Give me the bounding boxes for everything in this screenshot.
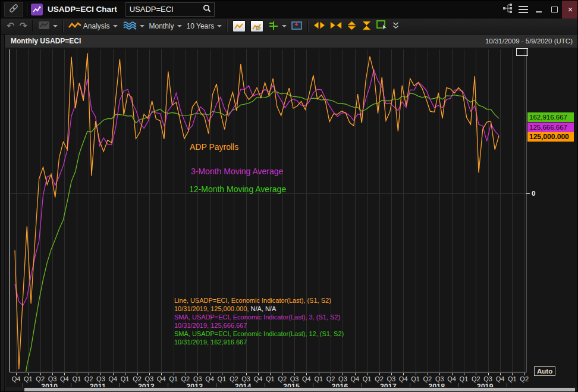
- zoom-select-button[interactable]: [374, 19, 390, 33]
- redo-icon: ↷: [19, 21, 27, 31]
- add-box-icon: [291, 21, 303, 32]
- horizontal-scrollbar-thumb[interactable]: [24, 388, 575, 392]
- overlay-dropdown[interactable]: [120, 20, 147, 33]
- undo-button[interactable]: ↶: [4, 20, 17, 32]
- annotation-12month-ma[interactable]: 12-Month Moving Average: [189, 184, 286, 194]
- search-icon[interactable]: [202, 4, 212, 15]
- chevron-down-icon: [177, 25, 182, 27]
- arrows-out-horizontal-icon: [313, 21, 325, 31]
- price-label-sma3: 125,666.667: [527, 123, 574, 132]
- hand-chart-icon: [250, 20, 263, 32]
- minimize-icon: [536, 11, 542, 12]
- close-button[interactable]: ×: [562, 1, 578, 18]
- expand-horizontal-button[interactable]: [311, 20, 328, 32]
- arrows-out-vertical-icon: [347, 21, 357, 32]
- latest-period-box: [516, 48, 528, 56]
- hamburger-icon: [519, 6, 528, 13]
- toolbar-separator: [32, 20, 33, 32]
- waves-icon: [122, 21, 137, 32]
- auto-scale-button[interactable]: Auto: [534, 366, 555, 376]
- analysis-dropdown[interactable]: Analysis: [66, 21, 120, 32]
- range-dropdown[interactable]: 10 Years: [184, 21, 225, 32]
- toolbar-separator: [227, 20, 228, 32]
- legend-line: 10/31/2019, 125,000.000, N/A, N/A: [174, 305, 344, 313]
- app-window: USADP=ECI Chart × ↶ ↷: [0, 0, 578, 392]
- hourglass-arrows-icon: [362, 21, 372, 32]
- y-axis-tick: [526, 193, 530, 194]
- minimize-button[interactable]: [531, 1, 546, 18]
- symbol-search-box[interactable]: [125, 2, 215, 17]
- chevron-down-icon: [140, 25, 144, 27]
- arrows-in-horizontal-icon: [330, 21, 342, 31]
- chevron-down-icon: [53, 25, 58, 27]
- chevron-down-icon: [282, 25, 287, 27]
- line-chart-icon: [233, 20, 246, 32]
- annotation-adp-payrolls[interactable]: ADP Payrolls: [190, 142, 238, 152]
- node-tree-icon: [502, 4, 513, 15]
- chart-type-button[interactable]: [230, 19, 248, 33]
- selection-rect-icon: [376, 20, 388, 32]
- chart-date-range: 10/31/2009 - 5/9/2020 (UTC): [485, 37, 573, 45]
- chart-title: Monthly USADP=ECI: [11, 37, 81, 45]
- link-channel-button[interactable]: [4, 2, 23, 17]
- price-label-last: 125,000.000: [527, 132, 574, 142]
- interval-dropdown[interactable]: Monthly: [147, 21, 184, 32]
- analysis-label: Analysis: [83, 22, 110, 30]
- undo-icon: ↶: [7, 21, 14, 31]
- add-panel-button[interactable]: [289, 20, 305, 33]
- range-label: 10 Years: [187, 22, 215, 30]
- compress-vertical-button[interactable]: [359, 20, 374, 33]
- maximize-button[interactable]: [546, 1, 562, 18]
- chart-app-icon: [31, 4, 43, 15]
- more-tools-button[interactable]: [390, 21, 401, 32]
- annotation-3month-ma[interactable]: 3-Month Moving Average: [191, 167, 283, 176]
- interval-label: Monthly: [149, 22, 174, 30]
- menu-button[interactable]: [516, 2, 531, 17]
- legend-line: SMA, USADP=ECI, Economic Indicator(Last)…: [174, 313, 344, 321]
- crosshair-icon: [268, 21, 279, 32]
- maximize-icon: [551, 7, 558, 12]
- title-bar: USADP=ECI Chart ×: [1, 1, 578, 18]
- y-axis-label: 0: [532, 189, 535, 197]
- link-icon: [8, 3, 19, 16]
- chevron-down-icon: [217, 25, 222, 27]
- layout-link-button[interactable]: [500, 2, 516, 17]
- cursor-style-dropdown[interactable]: [266, 20, 289, 33]
- legend-line: SMA, USADP=ECI, Economic Indicator(Last)…: [174, 330, 344, 338]
- series-legend[interactable]: Line, USADP=ECI, Economic Indicator(Last…: [174, 296, 344, 346]
- chart-header-bar: Monthly USADP=ECI 10/31/2009 - 5/9/2020 …: [5, 35, 578, 48]
- chart-template-icon: [38, 21, 50, 32]
- templates-button[interactable]: [36, 20, 60, 33]
- price-label-sma12: 162,916.667: [527, 112, 574, 122]
- expand-vertical-button[interactable]: [344, 20, 359, 33]
- toolbar-separator: [62, 20, 64, 32]
- double-chevron-down-icon: [392, 22, 399, 31]
- chart-toolbar: ↶ ↷ Analysis Monthly: [1, 18, 578, 35]
- close-icon: ×: [568, 5, 573, 14]
- legend-line: 10/31/2019, 162,916.667: [174, 338, 344, 346]
- legend-line: 10/31/2019, 125,666.667: [174, 321, 344, 330]
- redo-button[interactable]: ↷: [17, 20, 29, 32]
- analysis-zigzag-icon: [68, 22, 81, 31]
- window-title: USADP=ECI Chart: [48, 5, 117, 14]
- window-left-edge: [1, 35, 5, 392]
- legend-line: Line, USADP=ECI, Economic Indicator(Last…: [174, 296, 344, 305]
- chevron-down-icon: [113, 25, 118, 27]
- edit-chart-button[interactable]: [248, 19, 266, 33]
- compress-horizontal-button[interactable]: [328, 20, 344, 32]
- symbol-search-input[interactable]: [128, 4, 202, 14]
- x-axis-quarter-label: Q2: [517, 375, 532, 382]
- titlebar-divider: [27, 3, 27, 16]
- toolbar-separator: [307, 20, 309, 32]
